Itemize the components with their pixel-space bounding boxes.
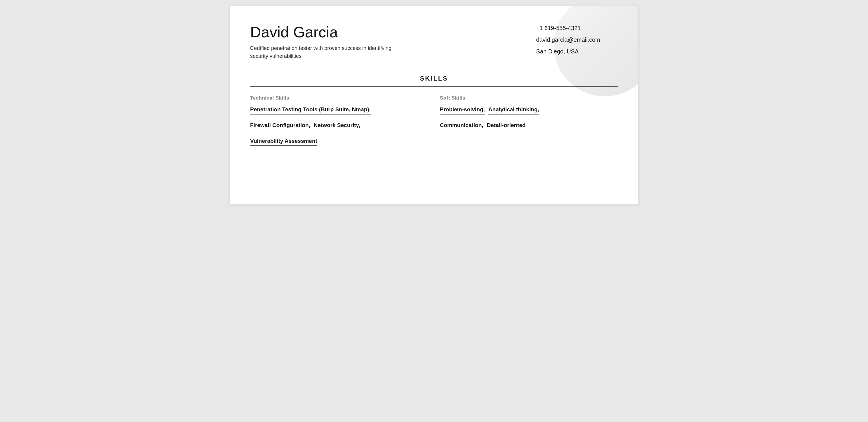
skill-communication: Communication, bbox=[440, 122, 483, 130]
contact-phone: +1 619-555-4321 bbox=[536, 23, 618, 33]
contact-email: david.garcia@email.com bbox=[536, 35, 618, 44]
header-section: David Garcia Certified penetration teste… bbox=[250, 23, 618, 60]
tech-skill-row-1: Penetration Testing Tools (Burp Suite, N… bbox=[250, 106, 428, 120]
skill-network-security-text: Network Security, bbox=[314, 122, 360, 130]
resume-page: David Garcia Certified penetration teste… bbox=[230, 6, 638, 205]
technical-skills-column: Technical Skills Penetration Testing Too… bbox=[250, 95, 428, 154]
tech-skill-row-3: Vulnerability Assessment bbox=[250, 138, 428, 151]
skill-penetration-testing-text: Penetration Testing Tools (Burp Suite, N… bbox=[250, 106, 371, 115]
candidate-name: David Garcia bbox=[250, 23, 471, 41]
header-right: +1 619-555-4321 david.garcia@email.com S… bbox=[536, 23, 618, 58]
skill-communication-text: Communication, bbox=[440, 122, 483, 130]
contact-location: San Diego, USA bbox=[536, 47, 618, 56]
skills-title: SKILLS bbox=[250, 75, 618, 82]
resume-content: David Garcia Certified penetration teste… bbox=[250, 23, 618, 154]
candidate-tagline: Certified penetration tester with proven… bbox=[250, 44, 402, 60]
skills-section: SKILLS Technical Skills Penetration Test… bbox=[250, 75, 618, 154]
skill-firewall: Firewall Configuration, bbox=[250, 122, 310, 130]
skill-problem-solving-text: Problem-solving, bbox=[440, 106, 485, 115]
soft-skill-row-2: Communication, Detail-oriented bbox=[440, 122, 618, 135]
skill-vulnerability-assessment-text: Vulnerability Assessment bbox=[250, 138, 317, 146]
skills-columns: Technical Skills Penetration Testing Too… bbox=[250, 95, 618, 154]
skill-problem-solving: Problem-solving, bbox=[440, 106, 485, 115]
soft-skill-row-1: Problem-solving, Analytical thinking, bbox=[440, 106, 618, 120]
skill-penetration-testing: Penetration Testing Tools (Burp Suite, N… bbox=[250, 106, 371, 115]
header-left: David Garcia Certified penetration teste… bbox=[250, 23, 471, 60]
soft-skills-label: Soft Skills bbox=[440, 95, 618, 101]
skill-analytical-thinking-text: Analytical thinking, bbox=[488, 106, 539, 115]
tech-skill-row-2: Firewall Configuration, Network Security… bbox=[250, 122, 428, 135]
section-divider bbox=[250, 86, 618, 87]
soft-skills-column: Soft Skills Problem-solving, Analytical … bbox=[440, 95, 618, 154]
technical-skills-label: Technical Skills bbox=[250, 95, 428, 101]
page-container: 1 of 1 David Garcia Certified penetratio… bbox=[230, 6, 638, 205]
skill-network-security: Network Security, bbox=[314, 122, 360, 130]
skill-firewall-text: Firewall Configuration, bbox=[250, 122, 310, 130]
skill-vulnerability-assessment: Vulnerability Assessment bbox=[250, 138, 317, 146]
skill-detail-oriented-text: Detail-oriented bbox=[487, 122, 526, 130]
skill-analytical-thinking: Analytical thinking, bbox=[488, 106, 539, 115]
skill-detail-oriented: Detail-oriented bbox=[487, 122, 526, 130]
